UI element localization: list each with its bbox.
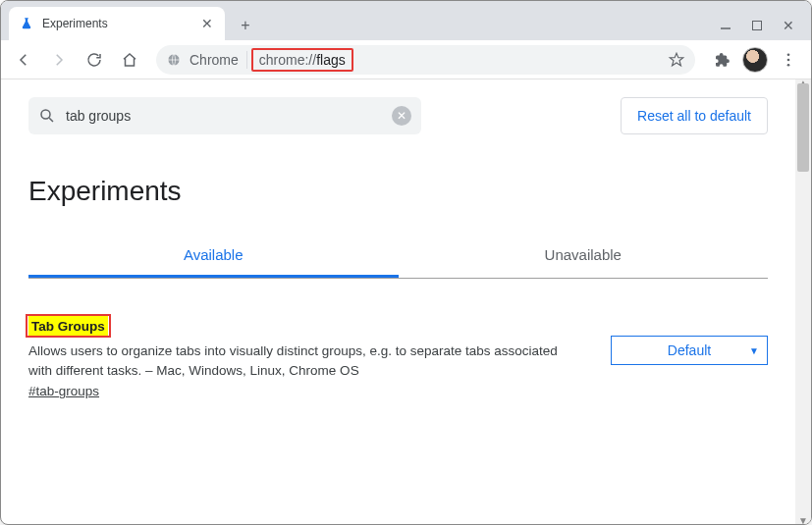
profile-avatar[interactable] — [742, 47, 768, 73]
omnibox-chip: Chrome — [189, 52, 239, 68]
tab-title: Experiments — [42, 17, 108, 30]
flask-icon — [19, 16, 34, 31]
url-text: chrome://flags — [255, 50, 350, 70]
flag-title: Tab Groups — [31, 319, 105, 334]
new-tab-button[interactable]: + — [231, 11, 260, 40]
browser-tab[interactable]: Experiments ✕ — [9, 7, 225, 40]
address-bar[interactable]: Chrome chrome://flags — [156, 45, 695, 75]
tab-strip: Experiments ✕ + ✕ — [1, 1, 811, 40]
reload-button[interactable] — [80, 45, 109, 75]
scroll-down-icon[interactable]: ▼ — [795, 515, 811, 524]
search-icon — [38, 107, 56, 125]
svg-point-4 — [787, 58, 790, 61]
svg-point-3 — [787, 53, 790, 56]
menu-icon[interactable] — [774, 45, 803, 75]
flag-item: Tab Groups Allows users to organize tabs… — [28, 316, 768, 399]
flag-hash-link[interactable]: #tab-groups — [28, 384, 99, 398]
flag-description: Allows users to organize tabs into visua… — [28, 341, 578, 380]
tab-available[interactable]: Available — [28, 235, 399, 278]
browser-toolbar: Chrome chrome://flags — [1, 40, 811, 79]
svg-point-6 — [41, 110, 50, 119]
reset-all-button[interactable]: Reset all to default — [621, 97, 768, 134]
clear-search-icon[interactable]: ✕ — [392, 106, 411, 126]
page-title: Experiments — [28, 176, 768, 207]
site-info-icon[interactable] — [166, 52, 182, 68]
search-value: tab groups — [66, 108, 131, 124]
svg-point-5 — [787, 63, 790, 66]
back-button[interactable] — [9, 45, 38, 75]
bookmark-star-icon[interactable] — [668, 51, 685, 69]
minimize-icon[interactable] — [717, 17, 734, 34]
tab-bar: Available Unavailable — [28, 235, 768, 279]
forward-button[interactable] — [44, 45, 74, 75]
close-tab-icon[interactable]: ✕ — [199, 16, 215, 31]
browser-window: Experiments ✕ + ✕ Chrome — [0, 0, 812, 525]
window-controls: ✕ — [717, 17, 811, 40]
flag-state-select[interactable]: Default — [611, 336, 768, 365]
maximize-icon[interactable] — [748, 17, 766, 34]
home-button[interactable] — [115, 45, 144, 75]
scrollbar-thumb[interactable] — [797, 83, 809, 172]
tab-unavailable[interactable]: Unavailable — [399, 235, 769, 278]
svg-line-7 — [49, 118, 53, 122]
extensions-icon[interactable] — [707, 45, 736, 75]
flags-page: tab groups ✕ Reset all to default Experi… — [1, 79, 795, 524]
content-area: tab groups ✕ Reset all to default Experi… — [1, 79, 811, 524]
search-input[interactable]: tab groups ✕ — [28, 97, 421, 134]
scrollbar[interactable]: ▲ ▼ — [795, 79, 811, 524]
close-window-icon[interactable]: ✕ — [780, 17, 797, 34]
